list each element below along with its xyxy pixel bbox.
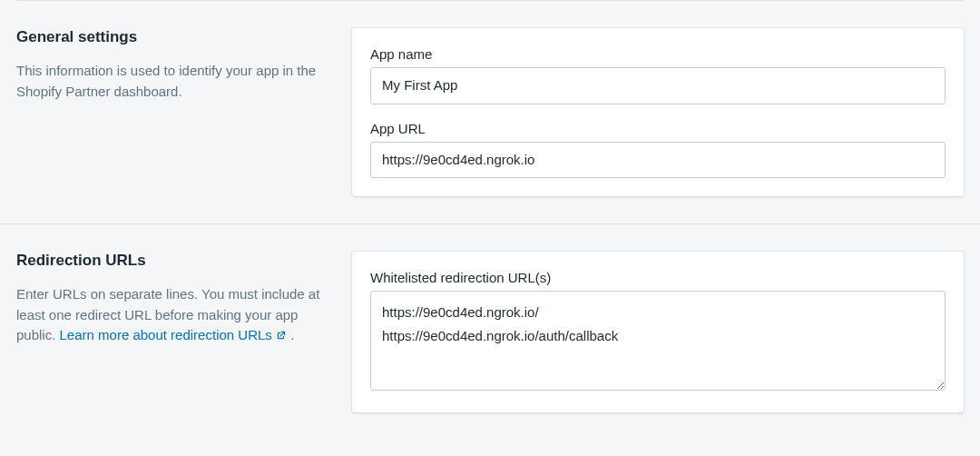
general-settings-sidebar: General settings This information is use… — [16, 28, 330, 196]
redirection-urls-heading: Redirection URLs — [16, 252, 330, 270]
whitelist-field: Whitelisted redirection URL(s) — [370, 270, 946, 394]
app-name-label: App name — [370, 46, 946, 62]
app-name-field: App name — [370, 46, 946, 104]
redirection-urls-description: Enter URLs on separate lines. You must i… — [16, 284, 330, 347]
external-link-icon — [276, 326, 287, 347]
redirection-urls-card: Whitelisted redirection URL(s) — [352, 252, 964, 412]
app-name-input[interactable] — [370, 67, 946, 104]
learn-more-link-text: Learn more about redirection URLs — [60, 327, 272, 342]
general-settings-section: General settings This information is use… — [0, 1, 980, 223]
app-url-input[interactable] — [370, 142, 946, 179]
redirection-urls-section: Redirection URLs Enter URLs on separate … — [0, 223, 980, 440]
redirection-description-suffix: . — [287, 327, 294, 342]
app-url-label: App URL — [370, 121, 946, 136]
general-settings-heading: General settings — [16, 28, 330, 46]
general-settings-description: This information is used to identify you… — [16, 61, 330, 102]
app-url-field: App URL — [370, 121, 946, 179]
learn-more-link[interactable]: Learn more about redirection URLs — [60, 327, 287, 342]
general-settings-card: App name App URL — [352, 28, 964, 196]
whitelist-label: Whitelisted redirection URL(s) — [370, 270, 946, 285]
redirection-urls-sidebar: Redirection URLs Enter URLs on separate … — [16, 252, 330, 412]
whitelist-textarea[interactable] — [370, 291, 946, 391]
